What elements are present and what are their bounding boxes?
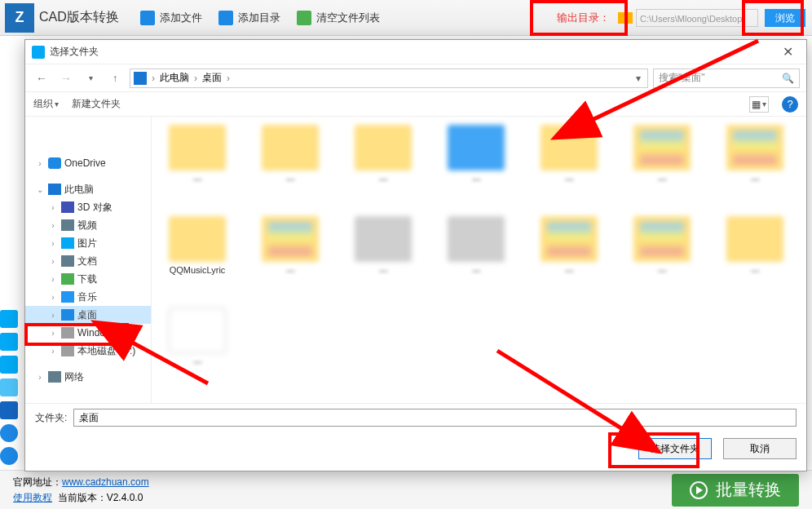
folder-item[interactable]: —: [721, 125, 789, 197]
folder-item[interactable]: —: [442, 216, 510, 288]
output-path-field[interactable]: C:\Users\Mloong\Desktop: [636, 9, 758, 27]
cloud-icon: [48, 157, 61, 169]
version-value: V2.4.0.0: [107, 492, 143, 503]
dock-icon[interactable]: [0, 310, 18, 328]
nav-row: ← → ▾ ↑ › 此电脑 › 桌面 › ▾ 搜索"桌面" 🔍: [25, 64, 806, 92]
drive-icon: [61, 345, 74, 356]
dock-icon[interactable]: [0, 378, 18, 396]
crumb-desktop[interactable]: 桌面: [202, 71, 222, 85]
chevron-right-icon: ›: [194, 73, 197, 84]
folder-item[interactable]: —: [256, 125, 324, 197]
dialog-title: 选择文件夹: [50, 45, 775, 59]
folder-field-label: 文件夹:: [35, 411, 67, 425]
dock-icon[interactable]: [0, 401, 18, 419]
dialog-buttons: 选择文件夹 取消: [25, 432, 806, 471]
breadcrumb[interactable]: › 此电脑 › 桌面 › ▾: [130, 69, 648, 88]
folder-item[interactable]: —: [442, 125, 510, 197]
search-input[interactable]: 搜索"桌面" 🔍: [653, 69, 800, 88]
tree-pictures[interactable]: ›图片: [25, 234, 151, 252]
folder-item[interactable]: —: [163, 308, 232, 379]
organize-button[interactable]: 组织▾: [33, 97, 59, 111]
select-folder-button[interactable]: 选择文件夹: [638, 438, 712, 459]
dock-icon[interactable]: [0, 447, 18, 465]
folder-item[interactable]: —: [349, 216, 417, 288]
tree-network[interactable]: ›网络: [25, 368, 151, 386]
document-icon: [61, 255, 74, 267]
crumb-dropdown[interactable]: ▾: [633, 73, 644, 84]
chevron-right-icon: ›: [152, 73, 155, 84]
folder-item[interactable]: —: [721, 216, 789, 288]
folder-icon: [618, 12, 633, 24]
tree-3d-objects[interactable]: ›3D 对象: [25, 198, 151, 216]
dialog-toolbar: 组织▾ 新建文件夹 ▦▾ ?: [25, 92, 806, 117]
forward-button[interactable]: →: [56, 69, 76, 88]
dialog-body: ›OneDrive ⌄此电脑 ›3D 对象 ›视频 ›图片 ›文档 ›下载 ›音…: [25, 117, 806, 403]
plus-icon: [140, 11, 155, 25]
network-icon: [48, 371, 61, 383]
up-button[interactable]: ↑: [105, 69, 125, 88]
pc-icon: [48, 184, 61, 195]
add-file-button[interactable]: 添加文件: [132, 0, 210, 36]
drive-icon: [61, 327, 74, 339]
site-link[interactable]: www.cadzhuan.com: [62, 476, 149, 488]
tree-this-pc[interactable]: ⌄此电脑: [25, 180, 151, 198]
folder-item[interactable]: —: [628, 125, 696, 197]
picture-icon: [61, 237, 74, 249]
folder-item[interactable]: —: [163, 125, 232, 197]
folder-item[interactable]: —: [256, 216, 324, 288]
output-dir-label: 输出目录：: [552, 11, 615, 25]
browse-button[interactable]: 浏览: [765, 9, 805, 27]
folder-item[interactable]: QQMusicLyric: [163, 216, 232, 288]
site-label: 官网地址：: [13, 476, 62, 488]
folder-name-row: 文件夹:: [25, 403, 806, 432]
app-logo-icon: Z: [5, 3, 34, 33]
clear-list-label: 清空文件列表: [316, 11, 380, 25]
chevron-right-icon: ›: [227, 73, 230, 84]
folder-item[interactable]: —: [349, 125, 417, 197]
desktop-icon: [61, 309, 74, 321]
batch-convert-button[interactable]: 批量转换: [672, 474, 799, 507]
version-label: 当前版本：: [58, 492, 107, 503]
dialog-icon: [32, 46, 45, 59]
add-file-label: 添加文件: [160, 11, 202, 25]
view-mode-button[interactable]: ▦▾: [749, 96, 769, 113]
tree-documents[interactable]: ›文档: [25, 252, 151, 270]
tree-downloads[interactable]: ›下载: [25, 270, 151, 288]
tree-music[interactable]: ›音乐: [25, 288, 151, 306]
download-icon: [61, 273, 74, 285]
clear-list-button[interactable]: 清空文件列表: [289, 0, 388, 36]
pc-icon: [134, 72, 147, 85]
search-icon: 🔍: [782, 73, 794, 84]
folder-name-input[interactable]: [73, 409, 797, 427]
search-placeholder: 搜索"桌面": [659, 71, 705, 85]
folder-item[interactable]: —: [535, 125, 603, 197]
help-button[interactable]: ?: [782, 96, 798, 113]
crumb-this-pc[interactable]: 此电脑: [160, 71, 189, 85]
back-button[interactable]: ←: [32, 69, 51, 88]
close-button[interactable]: ✕: [775, 40, 800, 64]
tree-onedrive[interactable]: ›OneDrive: [25, 154, 151, 172]
broom-icon: [297, 11, 311, 25]
tutorial-link[interactable]: 使用教程: [13, 492, 52, 503]
music-icon: [61, 291, 74, 303]
list-icon: [218, 11, 233, 25]
recent-dropdown[interactable]: ▾: [81, 69, 100, 88]
folder-item[interactable]: —: [535, 216, 603, 288]
dock-icon[interactable]: [0, 333, 18, 351]
app-title: CAD版本转换: [39, 9, 119, 26]
dialog-titlebar: 选择文件夹 ✕: [25, 40, 806, 64]
app-toolbar: Z CAD版本转换 添加文件 添加目录 清空文件列表 输出目录： C:\User…: [0, 0, 812, 36]
add-dir-label: 添加目录: [238, 11, 280, 25]
add-dir-button[interactable]: 添加目录: [210, 0, 289, 36]
tree-desktop[interactable]: ›桌面: [25, 306, 151, 324]
cancel-button[interactable]: 取消: [723, 438, 797, 459]
tree-drive-c[interactable]: ›Windows (C:): [25, 324, 151, 342]
tree-videos[interactable]: ›视频: [25, 216, 151, 234]
new-folder-button[interactable]: 新建文件夹: [72, 97, 121, 111]
dock-icon[interactable]: [0, 424, 18, 442]
batch-label: 批量转换: [716, 479, 781, 501]
cube-icon: [61, 201, 74, 213]
folder-item[interactable]: —: [628, 216, 696, 288]
tree-drive-d[interactable]: ›本地磁盘 (D:): [25, 342, 151, 360]
dock-icon[interactable]: [0, 356, 18, 374]
